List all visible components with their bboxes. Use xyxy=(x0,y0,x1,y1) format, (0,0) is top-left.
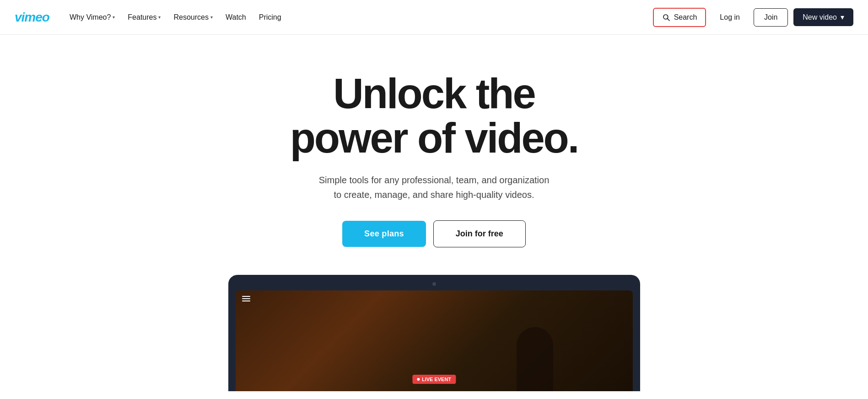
hamburger-line-3 xyxy=(242,301,250,301)
join-label: Join xyxy=(764,13,777,21)
new-video-button[interactable]: New video ▾ xyxy=(793,8,853,26)
svg-line-1 xyxy=(667,18,669,21)
laptop-screen: LIVE EVENT xyxy=(236,290,633,391)
laptop-camera xyxy=(432,282,436,286)
hamburger-menu-icon xyxy=(242,296,250,301)
nav-item-pricing[interactable]: Pricing xyxy=(253,10,287,25)
nav-label-features: Features xyxy=(128,13,156,22)
hero-buttons: See plans Join for free xyxy=(342,220,526,247)
nav-item-why-vimeo[interactable]: Why Vimeo? ▾ xyxy=(64,10,120,25)
svg-point-0 xyxy=(663,15,668,19)
search-button[interactable]: Search xyxy=(653,8,706,27)
hero-title-line1: Unlock the xyxy=(333,70,534,117)
live-badge-label: LIVE EVENT xyxy=(422,377,451,382)
logo[interactable]: vimeo xyxy=(15,10,49,25)
live-dot-icon xyxy=(417,378,420,381)
login-button[interactable]: Log in xyxy=(712,9,748,26)
nav-label-resources: Resources xyxy=(173,13,208,22)
login-label: Log in xyxy=(720,13,740,21)
join-free-label: Join for free xyxy=(456,229,503,238)
hero-title-line2: power of video. xyxy=(290,115,578,161)
screen-figure xyxy=(517,327,553,391)
navbar-right: Search Log in Join New video ▾ xyxy=(653,8,853,27)
search-icon xyxy=(662,13,670,22)
brand-name: vimeo xyxy=(15,10,49,24)
chevron-down-icon: ▾ xyxy=(841,13,844,22)
nav-label-watch: Watch xyxy=(226,13,246,22)
nav-item-resources[interactable]: Resources ▾ xyxy=(168,10,218,25)
chevron-down-icon: ▾ xyxy=(158,15,161,20)
laptop-frame: LIVE EVENT xyxy=(228,275,640,391)
nav-item-features[interactable]: Features ▾ xyxy=(122,10,166,25)
join-for-free-button[interactable]: Join for free xyxy=(433,220,526,247)
see-plans-button[interactable]: See plans xyxy=(342,221,426,247)
chevron-down-icon: ▾ xyxy=(210,15,213,20)
screen-content: LIVE EVENT xyxy=(236,290,633,391)
nav-label-why-vimeo: Why Vimeo? xyxy=(70,13,111,22)
hamburger-line-1 xyxy=(242,296,250,297)
live-event-badge: LIVE EVENT xyxy=(412,375,456,384)
see-plans-label: See plans xyxy=(364,229,404,238)
hero-section: Unlock the power of video. Simple tools … xyxy=(0,35,868,266)
new-video-label: New video xyxy=(803,13,837,22)
hamburger-line-2 xyxy=(242,298,250,299)
nav-item-watch[interactable]: Watch xyxy=(220,10,252,25)
search-label: Search xyxy=(674,13,697,22)
hero-subtitle: Simple tools for any professional, team,… xyxy=(315,173,553,202)
nav-label-pricing: Pricing xyxy=(259,13,281,22)
video-preview-container: LIVE EVENT xyxy=(0,266,868,391)
hero-title: Unlock the power of video. xyxy=(290,71,578,160)
chevron-down-icon: ▾ xyxy=(113,15,115,20)
nav-links: Why Vimeo? ▾ Features ▾ Resources ▾ Watc… xyxy=(64,10,653,25)
navbar: vimeo Why Vimeo? ▾ Features ▾ Resources … xyxy=(0,0,868,35)
join-button[interactable]: Join xyxy=(754,8,788,27)
